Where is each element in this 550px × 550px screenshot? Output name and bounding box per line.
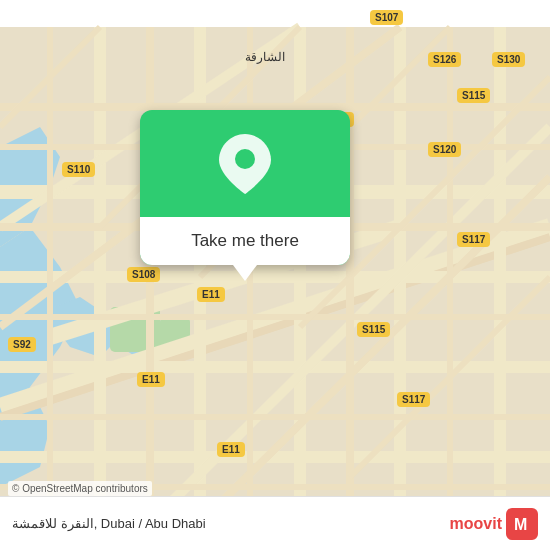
road-badge-s120: S120 <box>428 142 461 157</box>
moovit-brand-text: moovit <box>450 515 502 533</box>
map-attribution: © OpenStreetMap contributors <box>8 481 152 496</box>
road-badge-e11-bot: E11 <box>137 372 165 387</box>
road-badge-s110: S110 <box>62 162 95 177</box>
svg-text:M: M <box>514 516 527 533</box>
svg-point-40 <box>235 149 255 169</box>
road-badge-s107: S107 <box>370 10 403 25</box>
bottom-bar: النقرة للاقمشة, Dubai / Abu Dhabi moovit… <box>0 496 550 550</box>
popup-pin-area <box>219 110 271 217</box>
road-badge-e11-mid: E11 <box>197 287 225 302</box>
moovit-icon: M <box>506 508 538 540</box>
road-badge-e11-btm: E11 <box>217 442 245 457</box>
take-me-there-button[interactable]: Take me there <box>140 217 350 265</box>
road-badge-s130: S130 <box>492 52 525 67</box>
road-badge-s115-top: S115 <box>457 88 490 103</box>
sharjah-label: الشارقة <box>245 50 285 64</box>
road-badge-s115-bot: S115 <box>357 322 390 337</box>
road-badge-s92: S92 <box>8 337 36 352</box>
popup-box: Take me there <box>140 110 350 265</box>
road-badge-s117-bot: S117 <box>397 392 430 407</box>
location-name: النقرة للاقمشة, Dubai / Abu Dhabi <box>12 516 450 531</box>
road-badge-s126: S126 <box>428 52 461 67</box>
location-pin-icon <box>219 134 271 194</box>
road-badge-s117-mid: S117 <box>457 232 490 247</box>
map-container: الشارقة S107 S126 S130 S115 E11 S120 S11… <box>0 0 550 550</box>
popup-container: Take me there <box>140 110 350 281</box>
popup-tail <box>233 265 257 281</box>
moovit-logo: moovit M <box>450 508 538 540</box>
